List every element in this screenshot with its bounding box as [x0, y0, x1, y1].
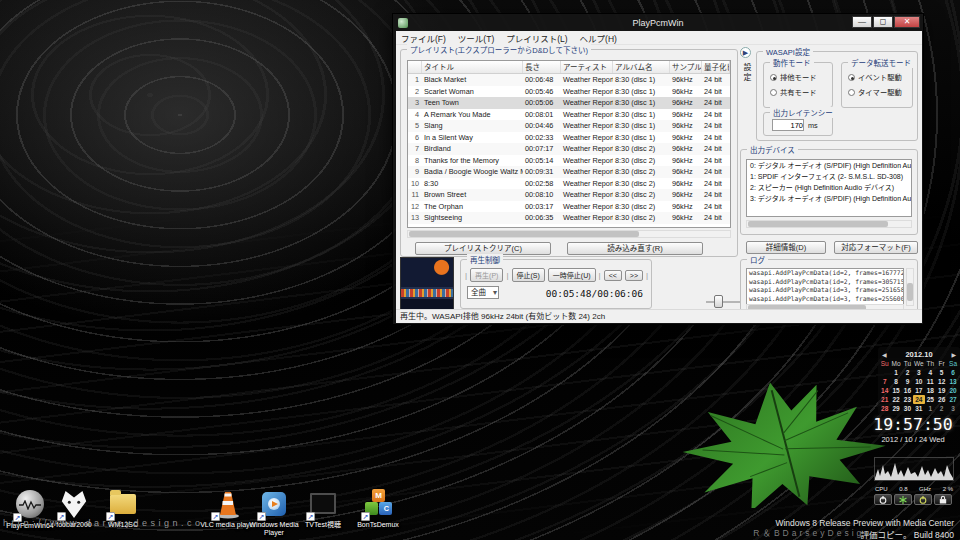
- exclusive-mode-radio[interactable]: [770, 74, 777, 81]
- settings-expander-icon[interactable]: ▶: [740, 47, 751, 58]
- close-button[interactable]: ✕: [894, 16, 920, 28]
- supported-format-button[interactable]: 対応フォーマット(F): [834, 241, 918, 254]
- scrollbar-thumb[interactable]: [907, 283, 913, 301]
- prev-track-button[interactable]: <<: [604, 270, 622, 281]
- calendar-day[interactable]: 29: [890, 404, 901, 413]
- calendar-day[interactable]: 19: [936, 386, 947, 395]
- menu-item[interactable]: プレイリスト(L): [506, 32, 567, 44]
- table-row[interactable]: 7 Birdland 00:07:17 Weather Report 8:30 …: [408, 143, 730, 155]
- calendar-day[interactable]: 20: [947, 386, 958, 395]
- table-row[interactable]: 4 A Remark You Made 00:08:01 Weather Rep…: [408, 109, 730, 121]
- calendar-prev-icon[interactable]: ◀: [882, 351, 887, 358]
- seek-slider-track[interactable]: [706, 301, 740, 303]
- calendar-day[interactable]: 14: [879, 386, 890, 395]
- calendar-day[interactable]: [879, 368, 890, 377]
- device-list-item[interactable]: 3: デジタル オーディオ (S/PDIF) (High Definition …: [747, 193, 911, 204]
- calendar-day[interactable]: 22: [890, 395, 901, 404]
- desktop-icon-tvtest[interactable]: ↗ TVTest視聴: [295, 489, 351, 529]
- calendar-day[interactable]: 15: [890, 386, 901, 395]
- desktop-icon-bontsdemux[interactable]: M C ↗ BonTsDemux: [350, 489, 406, 529]
- calendar-day[interactable]: 3: [947, 404, 958, 413]
- restart-button[interactable]: [914, 494, 932, 505]
- table-row[interactable]: 3 Teen Town 00:05:06 Weather Report 8:30…: [408, 97, 730, 109]
- calendar-day[interactable]: 3: [913, 368, 924, 377]
- col-bitdepth[interactable]: 量子化ビット数: [702, 61, 730, 73]
- calendar-day[interactable]: 28: [879, 404, 890, 413]
- table-row[interactable]: 6 In a Silent Way 00:02:33 Weather Repor…: [408, 132, 730, 144]
- calendar-day[interactable]: 13: [947, 377, 958, 386]
- menu-item[interactable]: ファイル(F): [401, 32, 446, 44]
- menu-item[interactable]: ヘルプ(H): [580, 32, 617, 44]
- calendar-day[interactable]: 27: [947, 395, 958, 404]
- window-titlebar[interactable]: PlayPcmWin — ◻ ✕: [393, 14, 923, 31]
- device-list-item[interactable]: 2: スピーカー (High Definition Audio デバイス): [747, 182, 911, 193]
- log-vscrollbar[interactable]: [906, 268, 914, 306]
- latency-input[interactable]: [772, 119, 804, 131]
- playlist-hscrollbar[interactable]: [407, 230, 731, 238]
- calendar-day[interactable]: 16: [902, 386, 913, 395]
- shutdown-button[interactable]: [874, 494, 892, 505]
- calendar-day[interactable]: 7: [879, 377, 890, 386]
- event-driven-radio[interactable]: [848, 74, 855, 81]
- device-hscrollbar[interactable]: [746, 220, 912, 228]
- next-track-button[interactable]: >>: [625, 270, 643, 281]
- col-title[interactable]: タイトル: [422, 61, 523, 73]
- col-length[interactable]: 長さ: [523, 61, 561, 73]
- col-samplerate[interactable]: サンプルレート: [670, 61, 702, 73]
- calendar-day[interactable]: 1: [925, 404, 936, 413]
- table-row[interactable]: 11 Brown Street 00:08:10 Weather Report …: [408, 189, 730, 201]
- calendar-day[interactable]: 10: [913, 377, 924, 386]
- calendar-day[interactable]: 6: [947, 368, 958, 377]
- calendar-day[interactable]: 21: [879, 395, 890, 404]
- table-row[interactable]: 5 Slang 00:04:46 Weather Report 8:30 (di…: [408, 120, 730, 132]
- table-row[interactable]: 10 8:30 00:02:58 Weather Report 8:30 (di…: [408, 178, 730, 190]
- table-row[interactable]: 1 Black Market 00:06:48 Weather Report 8…: [408, 74, 730, 86]
- lock-button[interactable]: [934, 494, 952, 505]
- seek-slider-thumb[interactable]: [714, 295, 723, 308]
- table-row[interactable]: 12 The Orphan 00:03:17 Weather Report 8:…: [408, 201, 730, 213]
- table-row[interactable]: 9 Badia / Boogie Woogie Waltz Medley 00:…: [408, 166, 730, 178]
- stop-button[interactable]: 停止(S): [512, 268, 545, 282]
- calendar-day[interactable]: 1: [890, 368, 901, 377]
- calendar-day[interactable]: 17: [913, 386, 924, 395]
- table-row[interactable]: 2 Scarlet Woman 00:05:46 Weather Report …: [408, 86, 730, 98]
- shared-mode-radio[interactable]: [770, 89, 777, 96]
- calendar-day[interactable]: 2: [936, 404, 947, 413]
- calendar-day[interactable]: 2: [902, 368, 913, 377]
- device-list-item[interactable]: 1: SPDIF インターフェイス (2- S.M.S.L. SD-308): [747, 171, 911, 182]
- col-artist[interactable]: アーティスト: [561, 61, 613, 73]
- calendar-day[interactable]: 9: [902, 377, 913, 386]
- scrollbar-thumb[interactable]: [748, 221, 888, 227]
- calendar-day[interactable]: 12: [936, 377, 947, 386]
- scrollbar-thumb[interactable]: [409, 231, 639, 237]
- col-album[interactable]: アルバム名: [613, 61, 670, 73]
- calendar-day[interactable]: 18: [925, 386, 936, 395]
- calendar-day[interactable]: 25: [925, 395, 936, 404]
- desktop-icon-wmp[interactable]: ↗ Windows Media Player: [246, 489, 302, 537]
- calendar-day[interactable]: 26: [936, 395, 947, 404]
- calendar-day[interactable]: 4: [925, 368, 936, 377]
- log-textbox[interactable]: wasapi.AddPlayPcmData(id=2, frames=16777…: [746, 268, 904, 306]
- playlist-reload-button[interactable]: 読み込み直す(R): [567, 242, 703, 255]
- calendar-day[interactable]: 5: [936, 368, 947, 377]
- repeat-mode-select[interactable]: 全曲: [467, 286, 499, 299]
- playlist-header: タイトル 長さ アーティスト アルバム名 サンプルレート 量子化ビット数: [408, 61, 730, 74]
- calendar-day[interactable]: 8: [890, 377, 901, 386]
- calendar-day[interactable]: 23: [902, 395, 913, 404]
- minimize-button[interactable]: —: [852, 16, 872, 28]
- settings-asterisk-button[interactable]: [894, 494, 912, 505]
- table-row[interactable]: 8 Thanks for the Memory 00:05:14 Weather…: [408, 155, 730, 167]
- calendar-day[interactable]: 31: [913, 404, 924, 413]
- timer-driven-radio[interactable]: [848, 89, 855, 96]
- device-list-item[interactable]: 0: デジタル オーディオ (S/PDIF) (High Definition …: [747, 160, 911, 171]
- calendar-day[interactable]: 30: [902, 404, 913, 413]
- device-detail-button[interactable]: 詳細情報(D): [746, 241, 826, 254]
- play-button[interactable]: 再生(P): [470, 268, 503, 282]
- maximize-button[interactable]: ◻: [873, 16, 893, 28]
- calendar-day[interactable]: 11: [925, 377, 936, 386]
- calendar-day[interactable]: 24: [913, 395, 924, 404]
- calendar-next-icon[interactable]: ▶: [951, 351, 956, 358]
- menu-item[interactable]: ツール(T): [458, 32, 494, 44]
- table-row[interactable]: 13 Sightseeing 00:06:35 Weather Report 8…: [408, 212, 730, 224]
- pause-button[interactable]: 一時停止(U): [548, 268, 596, 282]
